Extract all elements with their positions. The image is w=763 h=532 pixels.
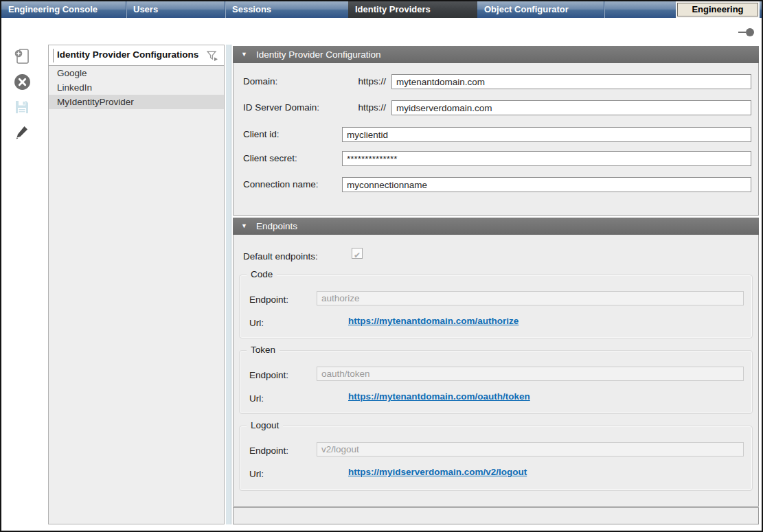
panel-splitter[interactable]	[226, 45, 231, 524]
connection-name-input[interactable]	[342, 177, 751, 192]
header-accent-line	[53, 49, 54, 62]
token-endpoint-input	[317, 367, 744, 381]
tab-users[interactable]: Users	[126, 1, 225, 18]
code-endpoint-input	[317, 291, 744, 305]
checkmark-icon: ✔	[354, 251, 361, 260]
idp-list-items: Google LinkedIn MyIdentityProvider	[49, 66, 224, 109]
token-url-label: Url:	[249, 391, 264, 406]
edit-pencil-icon[interactable]	[12, 123, 32, 142]
left-toolbar	[12, 47, 36, 148]
token-group: Token Endpoint: Url: https://mytenantdom…	[239, 350, 753, 414]
tab-sessions[interactable]: Sessions	[225, 1, 348, 18]
list-item-linkedin[interactable]: LinkedIn	[49, 80, 224, 95]
list-item-google[interactable]: Google	[49, 66, 224, 80]
token-url-link[interactable]: https://mytenantdomain.com/oauth/token	[348, 391, 530, 402]
engineering-mode-button[interactable]: Engineering	[677, 3, 758, 16]
client-secret-input[interactable]	[342, 151, 751, 166]
code-endpoint-label: Endpoint:	[249, 292, 288, 307]
code-url-link[interactable]: https://mytenantdomain.com/authorize	[348, 316, 519, 326]
logout-url-link[interactable]: https://myidserverdomain.com/v2/logout	[348, 467, 527, 477]
default-endpoints-label: Default endpoints:	[243, 249, 318, 264]
client-id-label: Client id:	[243, 127, 280, 142]
tab-identity-providers[interactable]: Identity Providers	[348, 1, 477, 18]
endpoints-section-body: Default endpoints: ✔ Code Endpoint: Url:…	[233, 235, 759, 507]
config-section-body: Domain: https:// ID Server Domain: https…	[233, 63, 759, 216]
id-server-domain-input[interactable]	[391, 100, 751, 115]
tab-object-configurator[interactable]: Object Configurator	[477, 1, 604, 18]
code-group-legend: Code	[247, 269, 277, 279]
id-server-domain-label: ID Server Domain:	[243, 100, 319, 115]
logout-endpoint-input	[317, 442, 744, 456]
client-secret-label: Client secret:	[243, 151, 297, 166]
config-section-header[interactable]: ▼ Identity Provider Configuration	[233, 46, 759, 63]
code-url-label: Url:	[249, 316, 264, 330]
endpoints-section-header[interactable]: ▼ Endpoints	[233, 218, 759, 235]
filter-icon[interactable]	[207, 51, 219, 61]
logout-group-legend: Logout	[247, 420, 283, 430]
logout-endpoint-label: Endpoint:	[249, 443, 288, 458]
collapse-triangle-icon[interactable]: ▼	[241, 46, 247, 63]
list-item-myidentityprovider[interactable]: MyIdentityProvider	[49, 95, 224, 109]
connection-name-label: Connection name:	[243, 177, 319, 192]
pin-toggle-icon[interactable]	[738, 27, 755, 37]
idp-list-panel: Identity Provider Configurations Google …	[48, 45, 225, 524]
config-section-title: Identity Provider Configuration	[256, 49, 381, 60]
default-endpoints-checkbox: ✔	[352, 248, 363, 259]
idp-list-header: Identity Provider Configurations	[49, 45, 224, 66]
save-icon	[12, 97, 32, 117]
token-endpoint-label: Endpoint:	[249, 368, 288, 382]
domain-prefix: https://	[330, 74, 386, 89]
configuration-panel: ▼ Identity Provider Configuration Domain…	[233, 46, 759, 528]
domain-input[interactable]	[391, 74, 751, 89]
collapsed-bottom-section[interactable]	[233, 507, 759, 524]
top-nav-bar: Engineering Console Users Sessions Ident…	[1, 1, 762, 18]
add-document-icon[interactable]	[12, 47, 32, 66]
tab-engineering-console[interactable]: Engineering Console	[1, 1, 126, 18]
idp-list-title: Identity Provider Configurations	[57, 49, 198, 60]
id-server-domain-prefix: https://	[330, 100, 386, 115]
token-group-legend: Token	[247, 345, 280, 355]
code-group: Code Endpoint: Url: https://mytenantdoma…	[239, 275, 753, 338]
delete-icon[interactable]	[12, 72, 32, 91]
endpoints-section-title: Endpoints	[256, 221, 297, 231]
app-window: Engineering Console Users Sessions Ident…	[0, 0, 763, 532]
domain-label: Domain:	[243, 74, 277, 89]
logout-group: Logout Endpoint: Url: https://myidserver…	[239, 426, 753, 491]
collapse-triangle-icon[interactable]: ▼	[241, 218, 247, 235]
client-id-input[interactable]	[342, 127, 751, 142]
logout-url-label: Url:	[249, 467, 264, 481]
